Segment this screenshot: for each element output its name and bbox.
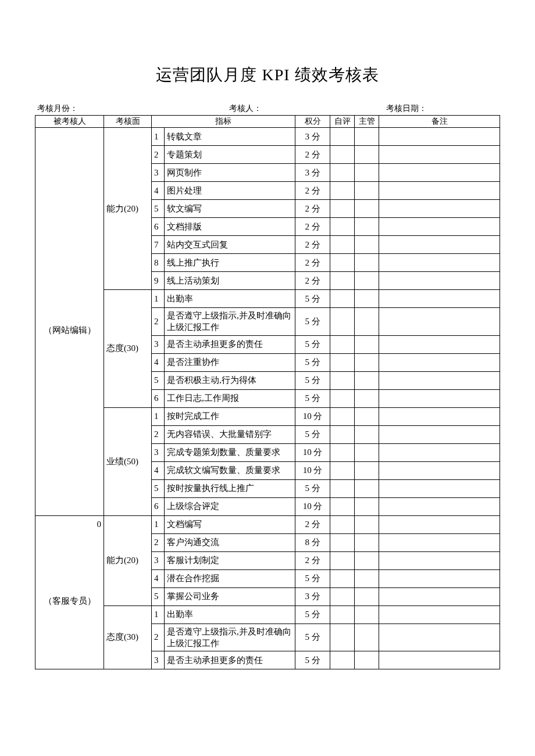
item-weight: 5 分 [295,290,330,308]
th-subject: 被考核人 [35,116,104,128]
item-weight: 2 分 [295,146,330,164]
th-note: 备注 [379,116,500,128]
item-self [330,146,355,164]
item-weight: 5 分 [295,389,330,407]
item-metric: 是否主动承担更多的责任 [165,335,295,353]
item-index: 1 [152,290,165,308]
item-index: 5 [152,479,165,497]
item-metric: 出勤率 [165,605,295,624]
kpi-table: 被考核人 考核面 指标 权分 自评 主管 备注 能力(20) 1 转载文章 3 … [35,115,500,669]
item-index: 9 [152,272,165,290]
item-note [379,146,500,164]
aspect-cell: 能力(20) [104,515,152,605]
item-mgr [355,128,379,146]
subject-cell: （网站编辑） [35,146,104,516]
item-index: 4 [152,461,165,479]
item-weight: 5 分 [295,371,330,389]
item-metric: 站内交互式回复 [165,236,295,254]
item-index: 6 [152,497,165,515]
item-weight: 8 分 [295,533,330,551]
item-metric: 网页制作 [165,164,295,182]
item-index: 2 [152,624,165,651]
item-index: 2 [152,425,165,443]
item-mgr [355,146,379,164]
item-index: 4 [152,353,165,371]
th-self: 自评 [330,116,355,128]
item-metric: 图片处理 [165,182,295,200]
item-weight: 5 分 [295,569,330,587]
item-index: 7 [152,236,165,254]
item-index: 2 [152,308,165,336]
item-index: 1 [152,605,165,624]
item-weight: 5 分 [295,624,330,651]
item-metric: 掌握公司业务 [165,587,295,605]
item-index: 3 [152,651,165,669]
item-index: 8 [152,254,165,272]
item-weight: 5 分 [295,651,330,669]
item-index: 1 [152,128,165,146]
item-index: 5 [152,371,165,389]
item-index: 3 [152,443,165,461]
table-row: 0 能力(20) 1 文档编写 2 分 [35,515,500,533]
th-metric: 指标 [152,116,295,128]
item-metric: 出勤率 [165,290,295,308]
subject-cell: （客服专员） [35,533,104,669]
item-weight: 2 分 [295,254,330,272]
item-weight: 10 分 [295,497,330,515]
item-index: 1 [152,407,165,425]
item-index: 2 [152,533,165,551]
item-index: 1 [152,515,165,533]
th-aspect: 考核面 [104,116,152,128]
item-metric: 按时按量执行线上推广 [165,479,295,497]
assessment-meta-row: 考核月份： 考核人： 考核日期： [35,103,500,114]
item-weight: 10 分 [295,443,330,461]
item-index: 3 [152,335,165,353]
table-row: 态度(30) 1 出勤率 5 分 [35,605,500,624]
item-metric: 上级综合评定 [165,497,295,515]
item-metric: 文档编写 [165,515,295,533]
item-weight: 2 分 [295,200,330,218]
item-weight: 2 分 [295,236,330,254]
item-index: 6 [152,389,165,407]
table-row: 态度(30) 1 出勤率 5 分 [35,290,500,308]
aspect-cell: 态度(30) [104,605,152,669]
item-metric: 线上活动策划 [165,272,295,290]
item-metric: 是否遵守上级指示,并及时准确向上级汇报工作 [165,624,295,651]
item-metric: 文档排版 [165,218,295,236]
table-header-row: 被考核人 考核面 指标 权分 自评 主管 备注 [35,116,500,128]
aspect-cell: 态度(30) [104,290,152,408]
item-metric: 客服计划制定 [165,551,295,569]
item-metric: 专题策划 [165,146,295,164]
item-metric: 客户沟通交流 [165,533,295,551]
aspect-cell: 能力(20) [104,128,152,290]
item-metric: 是否主动承担更多的责任 [165,651,295,669]
item-weight: 3 分 [295,128,330,146]
month-label: 考核月份： [37,103,78,114]
item-metric: 工作日志,工作周报 [165,389,295,407]
item-metric: 完成软文编写数量、质量要求 [165,461,295,479]
item-weight: 2 分 [295,551,330,569]
item-metric: 无内容错误、大批量错别字 [165,425,295,443]
item-weight: 5 分 [295,308,330,336]
item-weight: 2 分 [295,515,330,533]
item-index: 2 [152,146,165,164]
item-weight: 3 分 [295,164,330,182]
item-weight: 3 分 [295,587,330,605]
item-note [379,128,500,146]
item-metric: 软文编写 [165,200,295,218]
table-row: 业绩(50) 1 按时完成工作 10 分 [35,407,500,425]
th-weight: 权分 [295,116,330,128]
item-weight: 5 分 [295,353,330,371]
item-metric: 转载文章 [165,128,295,146]
item-metric: 是否注重协作 [165,353,295,371]
th-mgr: 主管 [355,116,379,128]
item-weight: 2 分 [295,272,330,290]
zero-placeholder-cell: 0 [35,515,104,533]
assessor-label: 考核人： [229,103,262,114]
item-weight: 10 分 [295,461,330,479]
item-weight: 5 分 [295,335,330,353]
item-metric: 完成专题策划数量、质量要求 [165,443,295,461]
item-metric: 线上推广执行 [165,254,295,272]
item-index: 3 [152,551,165,569]
page-title: 运营团队月度 KPI 绩效考核表 [35,64,500,86]
